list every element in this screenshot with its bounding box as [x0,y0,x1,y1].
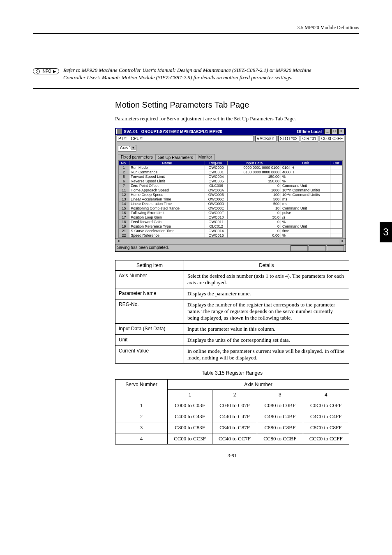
grid-row[interactable]: 7Zero Point OffsetOLC0060Command Unit [119,184,343,188]
status-text: Saving has been completed. [117,245,169,251]
axis-select[interactable]: Axis 1 [118,145,136,152]
cell-no: 22 [119,233,129,238]
page-footer: 3-91 [115,453,349,459]
grid-header-row: No. Name Reg-No. Input Data Unit Cur [119,161,343,166]
ranges-head-a4: 4 [303,390,349,400]
col-no[interactable]: No. [119,161,129,166]
ranges-table: Servo Number Axis Number 1 2 3 4 1C000 t… [115,379,349,444]
info-icon [36,69,40,74]
grid-row[interactable]: 22Speed ReferenceOWC0150.00% [119,233,343,238]
app-window: SVA-01 GROUP1\SYSTEM2 MP920A\CPU1 MP920 … [115,128,346,252]
cell-reg: OWC00F [205,211,228,215]
col-unit[interactable]: Unit [281,161,330,166]
cell-input[interactable]: 0 [228,229,281,233]
pt-cpu-cell: PT#:-- CPU#:-- [117,136,254,142]
cell-input[interactable]: 150.00 [228,175,281,179]
minimize-button[interactable]: _ [324,129,331,134]
details-item: Unit [115,335,184,346]
details-row: UnitDisplays the units of the correspond… [115,335,349,346]
grid-row[interactable]: 6Reverse Speed LimitOWC005150.00% [119,179,343,184]
cell-no: 13 [119,197,129,202]
cell-input[interactable]: 0.00 [228,233,281,238]
col-input[interactable]: Input Data [228,161,281,166]
slot-cell: SLOT#02 [278,136,299,142]
cell-input[interactable]: 10 [228,206,281,211]
cell-no: 18 [119,220,129,224]
cell-input[interactable]: 0 [228,224,281,229]
tab-set-up-parameters[interactable]: Set Up Parameters [155,154,196,161]
cell-input[interactable]: 150.00 [228,179,281,184]
grid-row[interactable]: 11Home Approach SpeedOWC00A100010**n Com… [119,188,343,193]
cell-no: 15 [119,206,129,211]
grid-row[interactable]: 17Position Loop GainOWC01030.0/s [119,215,343,220]
grid-row[interactable]: 18Feed-forward GainOWC0110% [119,220,343,224]
cell-unit: /s [281,215,330,220]
cell-unit: 4000 H [281,170,330,175]
grid-row[interactable]: 1Run ModeOWC0000000 0001 0000 01000104 H [119,166,343,170]
cell-unit: Command Unit [281,206,330,211]
cell-name: Zero Point Offset [129,184,205,188]
cell-input[interactable]: 0 [228,220,281,224]
ranges-servo: 4 [115,433,168,444]
status-bar: Saving has been completed. [115,244,346,251]
ranges-cell: C880 to C8BF [257,422,303,433]
scroll-right-button[interactable]: ► [340,239,346,244]
cell-reg: OWC014 [205,229,228,233]
close-button[interactable]: × [338,129,345,134]
rack-cell: RACK#01 [255,136,277,142]
cell-cur [330,175,343,179]
details-row: Input Data (Set Data)Input the parameter… [115,324,349,335]
cell-no: 11 [119,188,129,193]
cell-input[interactable]: 30.0 [228,215,281,220]
grid-row[interactable]: 5Forward Speed LimitOWC004150.00% [119,175,343,179]
cell-unit: 0104 H [281,166,330,170]
tab-fixed-parameters[interactable]: Fixed parameters [118,154,156,160]
details-item: Axis Number [115,271,184,288]
scroll-left-button[interactable]: ◄ [115,239,121,244]
grid-row[interactable]: 19Position Reference TypeOLC0120Command … [119,224,343,229]
cell-input[interactable]: 0 [228,211,281,215]
cell-no: 7 [119,184,129,188]
cell-input[interactable]: 100 [228,193,281,197]
grid-row[interactable]: 12Home Creep SpeedOWC00B10010**n Command… [119,193,343,197]
cell-input[interactable]: 1000 [228,188,281,193]
status-pane [327,245,344,251]
col-reg[interactable]: Reg-No. [205,161,228,166]
ranges-head-a3: 3 [257,390,303,400]
cell-input[interactable]: 0100 0000 0000 0000 [228,170,281,175]
maximize-button[interactable]: □ [331,129,338,134]
info-prefix: Refer to [63,67,82,73]
cell-reg: OLC012 [205,224,228,229]
cell-cur [330,211,343,215]
status-pane [309,245,326,251]
grid-row[interactable]: 21S-Curve Acceleration TimeOWC0140time [119,229,343,233]
cell-input[interactable]: 0 [228,184,281,188]
ranges-cell: C480 to C4BF [257,411,303,422]
cell-reg: OWC015 [205,233,228,238]
grid-row[interactable]: 2Run CommandsOWC0010100 0000 0000 000040… [119,170,343,175]
info-body: MP920 Machine Controller User's Manual: … [63,67,311,81]
cell-name: Linear Deceleration Time [129,202,205,206]
info-badge-text: INFO [42,69,51,74]
info-badge: INFO ▶ [33,68,59,74]
details-row: Current ValueIn online mode, the paramet… [115,346,349,364]
col-cur[interactable]: Cur [330,161,343,166]
cell-name: Feed-forward Gain [129,220,205,224]
grid-row[interactable]: 13Linear Acceleration TimeOWC00C500ms [119,197,343,202]
grid-row[interactable]: 16Following Error LimitOWC00F0pulse [119,211,343,215]
cell-input[interactable]: 500 [228,202,281,206]
cell-reg: OLC006 [205,184,228,188]
cell-input[interactable]: 500 [228,197,281,202]
cell-input[interactable]: 0000 0001 0000 0100 [228,166,281,170]
col-name[interactable]: Name [129,161,205,166]
grid-row[interactable]: 15Positioning Completed RangeOWC00E10Com… [119,206,343,211]
cell-no: 2 [119,170,129,175]
cell-unit: Command Unit [281,184,330,188]
details-text: Displays the parameter name. [184,288,349,299]
details-text: Input the parameter value in this column… [184,324,349,335]
grid-row[interactable]: 14Linear Deceleration TimeOWC00D500ms [119,202,343,206]
cell-no: 21 [119,229,129,233]
cell-unit: % [281,220,330,224]
tab-monitor[interactable]: Monitor [196,154,215,160]
ranges-cell: C840 to C87F [212,422,257,433]
